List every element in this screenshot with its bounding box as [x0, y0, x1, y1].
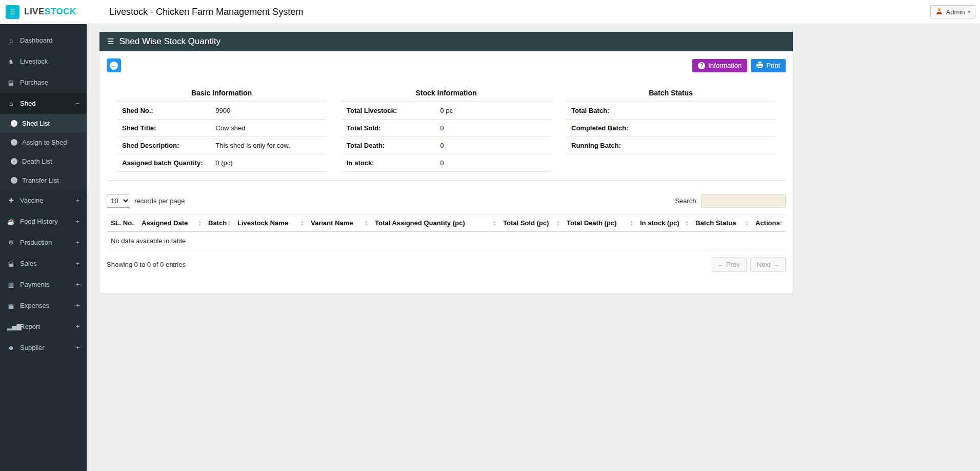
- sidebar-item-label: Sales: [20, 260, 37, 267]
- info-value: 9900: [215, 107, 321, 114]
- topbar: ☰ LIVESTOCK Livestock - Chicken Farm Man…: [0, 0, 980, 24]
- sidebar-item-food-history[interactable]: ☕ Food History +: [0, 211, 87, 232]
- sort-icon: ▲▼: [493, 220, 496, 226]
- sidebar-item-label: Shed: [20, 100, 35, 107]
- info-column-stock: Stock Information Total Livestock: 0 pc …: [342, 84, 551, 172]
- info-row: In stock: 0: [342, 154, 551, 172]
- sidebar-item-expenses[interactable]: ▦ Expenses +: [0, 295, 87, 316]
- sidebar-item-supplier[interactable]: ☻ Supplier +: [0, 337, 87, 358]
- page-size-select[interactable]: 10: [107, 194, 130, 208]
- info-column-heading: Basic Information: [117, 84, 326, 102]
- info-value: 0 (pc): [215, 159, 321, 167]
- sidebar-item-livestock[interactable]: ♞ Livestock: [0, 51, 87, 72]
- search-input[interactable]: [701, 194, 786, 208]
- admin-dropdown[interactable]: Admin ▾: [930, 5, 975, 18]
- sidebar-item-assign-to-shed[interactable]: → Assign to Shed: [0, 133, 87, 152]
- prev-page-button[interactable]: ← Prev: [711, 257, 746, 272]
- info-value: 0: [440, 142, 546, 149]
- printer-icon: [756, 62, 763, 70]
- arrow-circle-icon: →: [11, 139, 17, 146]
- sidebar-item-report[interactable]: ▂▅▇ Report +: [0, 316, 87, 337]
- sort-icon: ▲▼: [365, 220, 368, 226]
- information-button-label: Information: [708, 62, 742, 69]
- plus-icon: +: [75, 239, 79, 246]
- main-content: ☰ Shed Wise Stock Quantity ← ? Informati…: [87, 24, 980, 471]
- sidebar-item-death-list[interactable]: → Death List: [0, 152, 87, 171]
- info-row: Shed Title: Cow shed: [117, 120, 326, 137]
- home-icon: ⌂: [7, 37, 15, 44]
- info-row: Completed Batch:: [566, 120, 775, 137]
- panel-title: Shed Wise Stock Quantity: [119, 36, 220, 47]
- app-logo: LIVESTOCK: [24, 7, 76, 17]
- app-window: ☰ LIVESTOCK Livestock - Chicken Farm Man…: [0, 0, 980, 471]
- table-header-row: SL. No. Assigned Date▲▼ Batch▲▼ Livestoc…: [107, 214, 786, 232]
- hamburger-icon: ☰: [10, 8, 16, 16]
- print-button[interactable]: Print: [751, 59, 786, 72]
- next-page-button[interactable]: Next →: [750, 257, 786, 272]
- logo-text-live: LIVE: [24, 7, 45, 16]
- sort-icon: ▲▼: [198, 220, 202, 226]
- logo-text-stock: STOCK: [45, 7, 76, 16]
- sidebar-item-shed-list[interactable]: → Shed List: [0, 114, 87, 133]
- sidebar-item-sales[interactable]: ▤ Sales +: [0, 253, 87, 274]
- info-label: Completed Batch:: [571, 124, 665, 132]
- info-label: Running Batch:: [571, 142, 665, 149]
- column-header-sl-no: SL. No.: [107, 214, 137, 232]
- sidebar-item-label: Dashboard: [20, 36, 53, 44]
- livestock-icon: ♞: [7, 58, 15, 65]
- search-label: Search:: [675, 197, 698, 205]
- shed-icon: ⌂: [7, 100, 15, 107]
- column-header-actions[interactable]: Actions▲▼: [751, 214, 786, 232]
- supplier-icon: ☻: [7, 344, 15, 351]
- sidebar-subitem-label: Shed List: [22, 120, 50, 127]
- panel-header: ☰ Shed Wise Stock Quantity: [99, 32, 793, 51]
- production-icon: ⚙: [7, 239, 15, 246]
- sidebar-item-production[interactable]: ⚙ Production +: [0, 232, 87, 253]
- column-header-total-assigned-quantity[interactable]: Total Assigned Quantity (pc)▲▼: [371, 214, 499, 232]
- sidebar-item-transfer-list[interactable]: → Transfer List: [0, 171, 87, 190]
- info-value: 0: [440, 124, 546, 132]
- table-footer: Showing 0 to 0 of 0 entries ← Prev Next …: [107, 257, 786, 272]
- sidebar-item-payments[interactable]: ▥ Payments +: [0, 274, 87, 295]
- info-row: Total Sold: 0: [342, 120, 551, 137]
- info-column-heading: Stock Information: [342, 84, 551, 102]
- column-header-variant-name[interactable]: Variant Name▲▼: [307, 214, 371, 232]
- sidebar-item-label: Report: [20, 323, 40, 330]
- info-row: Total Batch:: [566, 102, 775, 120]
- page-size-control: 10 records per page: [107, 194, 185, 208]
- column-header-livestock-name[interactable]: Livestock Name▲▼: [233, 214, 307, 232]
- info-row: Shed No.: 9900: [117, 102, 326, 120]
- back-button[interactable]: ←: [107, 58, 121, 72]
- info-row: Total Livestock: 0 pc: [342, 102, 551, 120]
- sidebar-item-dashboard[interactable]: ⌂ Dashboard: [0, 30, 87, 51]
- sidebar-item-shed[interactable]: ⌂ Shed −: [0, 93, 87, 114]
- sidebar-item-vaccine[interactable]: ✚ Vaccine +: [0, 190, 87, 211]
- arrow-circle-left-icon: ←: [110, 62, 118, 70]
- empty-row: No data available in table: [107, 232, 786, 250]
- column-header-assigned-date[interactable]: Assigned Date▲▼: [137, 214, 204, 232]
- column-header-total-sold[interactable]: Total Sold (pc)▲▼: [499, 214, 563, 232]
- column-header-batch[interactable]: Batch▲▼: [204, 214, 233, 232]
- sidebar-item-label: Purchase: [20, 78, 48, 86]
- empty-message: No data available in table: [107, 232, 786, 250]
- column-header-batch-status[interactable]: Batch Status▲▼: [691, 214, 751, 232]
- menu-icon: ☰: [107, 37, 114, 46]
- info-section: Basic Information Shed No.: 9900 Shed Ti…: [107, 84, 786, 181]
- sales-icon: ▤: [7, 260, 15, 267]
- sidebar-item-label: Vaccine: [20, 197, 43, 204]
- info-column-heading: Batch Status: [566, 84, 775, 102]
- column-header-total-death[interactable]: Total Death (pc)▲▼: [563, 214, 636, 232]
- column-header-in-stock[interactable]: In stock (pc)▲▼: [636, 214, 691, 232]
- panel-body: ← ? Information Print: [99, 51, 793, 293]
- information-button[interactable]: ? Information: [692, 59, 747, 72]
- sidebar-toggle-button[interactable]: ☰: [6, 5, 19, 19]
- stock-table: SL. No. Assigned Date▲▼ Batch▲▼ Livestoc…: [107, 214, 786, 250]
- sidebar-item-purchase[interactable]: ▤ Purchase: [0, 72, 87, 93]
- info-label: Total Livestock:: [347, 107, 440, 114]
- sidebar-item-label: Payments: [20, 281, 50, 288]
- plus-icon: +: [75, 197, 79, 204]
- info-label: Assigned batch Quantity:: [122, 159, 215, 167]
- chevron-down-icon: ▾: [968, 9, 970, 14]
- money-icon: ▤: [7, 79, 15, 86]
- toolbar-actions: ? Information Print: [692, 59, 786, 72]
